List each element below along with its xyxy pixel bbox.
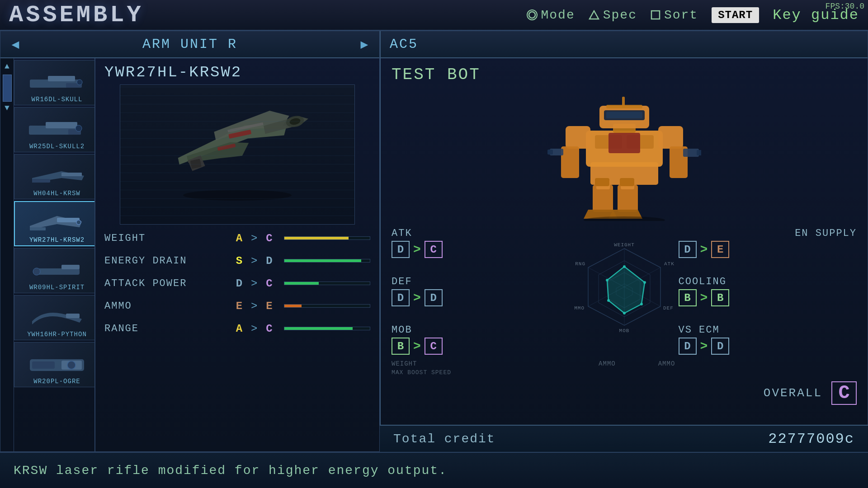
weapon-thumbnail bbox=[25, 258, 89, 283]
stat-en-supply-grades: D > E bbox=[679, 241, 857, 258]
svg-point-79 bbox=[606, 279, 609, 282]
credit-bar: Total credit 22777009c bbox=[380, 425, 868, 452]
list-item[interactable]: WR16DL-SKULL bbox=[14, 60, 95, 105]
weapon-thumbnail-selected bbox=[25, 211, 89, 236]
stat-cooling-grades: B > B bbox=[679, 289, 857, 306]
weapon-thumbnail bbox=[25, 70, 89, 95]
svg-rect-49 bbox=[566, 126, 590, 149]
header-nav: Mode Spec Sort START Key guide bbox=[527, 7, 859, 23]
stat-cooling: COOLING B > B bbox=[679, 276, 857, 306]
description-bar: KRSW laser rifle modified for higher ene… bbox=[0, 452, 868, 488]
stat-attack-label: ATTACK POWER bbox=[104, 278, 231, 289]
stat-weight-before: A bbox=[231, 232, 247, 244]
start-button[interactable]: START bbox=[712, 7, 759, 23]
stat-ammo-bar-container bbox=[284, 304, 370, 308]
app-title: ASSEMBLY bbox=[9, 2, 144, 28]
stat-cooling-after: B bbox=[711, 289, 729, 306]
stat-attack-after: C bbox=[261, 277, 277, 290]
stat-en-supply-arrow: > bbox=[700, 243, 708, 257]
svg-point-17 bbox=[76, 220, 81, 225]
svg-rect-16 bbox=[30, 227, 46, 230]
stat-atk-after: C bbox=[425, 241, 443, 258]
list-item-label: WH04HL-KRSW bbox=[14, 190, 95, 197]
category-prev-button[interactable]: ◀ bbox=[7, 36, 24, 52]
list-item[interactable]: WR25DL-SKULL2 bbox=[14, 107, 95, 152]
list-item[interactable]: WH04HL-KRSW bbox=[14, 154, 95, 199]
stat-vs-ecm-label: VS ECM bbox=[679, 324, 857, 336]
detail-panel: YWR27HL-KRSW2 bbox=[95, 58, 379, 451]
list-item[interactable]: YWH16HR-PYTHON bbox=[14, 295, 95, 340]
stat-def-after: D bbox=[425, 289, 443, 306]
radar-chart: WEIGHT ATK DEF MOB AMMO RNG bbox=[575, 242, 674, 341]
stat-ammo-row: AMMO E > E bbox=[104, 296, 370, 316]
list-item-label: WR09HL-SPIRIT bbox=[14, 284, 95, 291]
stat-en-supply-label: EN SUPPLY bbox=[679, 228, 857, 239]
item-preview bbox=[120, 84, 355, 225]
scroll-down-button[interactable]: ▼ bbox=[3, 102, 11, 114]
stat-en-supply-before: D bbox=[679, 241, 697, 258]
right-panel: AC5 TEST BOT bbox=[380, 31, 868, 452]
scroll-up-button[interactable]: ▲ bbox=[3, 60, 11, 73]
stat-mob-arrow: > bbox=[413, 339, 421, 353]
credit-label: Total credit bbox=[393, 432, 495, 446]
svg-rect-2 bbox=[651, 11, 660, 19]
circle-icon bbox=[527, 9, 538, 20]
list-item-selected[interactable]: YWR27HL-KRSW2 bbox=[14, 201, 95, 246]
stat-vs-ecm-grades: D > D bbox=[679, 338, 857, 355]
svg-point-10 bbox=[75, 125, 82, 131]
stat-atk-grades: D > C bbox=[392, 241, 570, 258]
stat-attack-row: ATTACK POWER D > C bbox=[104, 273, 370, 293]
category-next-button[interactable]: ▶ bbox=[356, 36, 373, 52]
svg-rect-4 bbox=[48, 76, 75, 81]
svg-rect-13 bbox=[32, 179, 50, 183]
scroll-track: ▲ ▼ bbox=[0, 58, 14, 451]
boost-speed-row: MAX BOOST SPEED bbox=[381, 368, 868, 378]
nav-sort[interactable]: Sort bbox=[651, 8, 698, 22]
stat-def: DEF D > D bbox=[392, 276, 570, 306]
overall-row: OVERALL C bbox=[381, 378, 868, 408]
stat-range-bar-container bbox=[284, 327, 370, 330]
nav-spec[interactable]: Spec bbox=[589, 8, 637, 22]
stat-attack-before: D bbox=[231, 277, 247, 290]
svg-rect-55 bbox=[683, 149, 699, 157]
stat-energy-bar bbox=[284, 259, 361, 262]
svg-marker-73 bbox=[607, 267, 645, 313]
list-item[interactable]: WR20PL-OGRE bbox=[14, 342, 95, 387]
stat-weight-bar bbox=[284, 237, 348, 239]
svg-text:ATK: ATK bbox=[664, 261, 674, 267]
weapon-thumbnail bbox=[25, 305, 89, 330]
svg-point-20 bbox=[33, 268, 40, 275]
svg-point-75 bbox=[643, 281, 646, 284]
list-item-label: YWR27HL-KRSW2 bbox=[15, 236, 95, 244]
svg-rect-12 bbox=[61, 173, 82, 176]
stat-range-before: A bbox=[231, 323, 247, 335]
stat-weight-bar-container bbox=[284, 236, 370, 240]
fps-counter: FPS:30.0 bbox=[826, 2, 864, 11]
nav-mode[interactable]: Mode bbox=[527, 8, 575, 22]
stat-en-supply-after: E bbox=[711, 241, 729, 258]
svg-rect-64 bbox=[620, 178, 634, 186]
svg-rect-19 bbox=[61, 265, 80, 269]
svg-rect-60 bbox=[606, 112, 642, 118]
scroll-thumb[interactable] bbox=[3, 75, 12, 102]
stat-energy-label: ENERGY DRAIN bbox=[104, 255, 231, 267]
svg-point-76 bbox=[640, 303, 643, 305]
stat-weight-row: WEIGHT A > C bbox=[104, 228, 370, 248]
svg-rect-62 bbox=[606, 105, 642, 108]
credit-value: 22777009c bbox=[768, 431, 854, 447]
nav-spec-label: Spec bbox=[603, 8, 637, 22]
stat-cooling-arrow: > bbox=[700, 291, 708, 305]
stat-atk-arrow: > bbox=[413, 243, 421, 257]
right-panel-title: AC5 bbox=[390, 37, 418, 52]
svg-rect-51 bbox=[561, 146, 579, 178]
stat-range-after: C bbox=[261, 323, 277, 335]
stat-mob-label: MOB bbox=[392, 324, 570, 336]
weapon-thumbnail bbox=[25, 117, 89, 142]
list-item-label: YWH16HR-PYTHON bbox=[14, 331, 95, 338]
svg-rect-63 bbox=[595, 178, 609, 186]
overall-label: OVERALL bbox=[764, 386, 822, 400]
nav-sort-label: Sort bbox=[664, 8, 698, 22]
list-item[interactable]: WR09HL-SPIRIT bbox=[14, 248, 95, 293]
stat-mob-after: C bbox=[425, 338, 443, 355]
stat-def-label: DEF bbox=[392, 276, 570, 287]
